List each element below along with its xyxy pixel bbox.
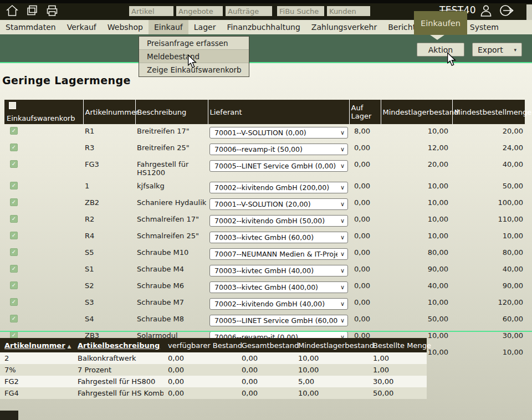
cell: 5,00 <box>294 376 369 387</box>
artikelnummer-cell: S1 <box>83 262 135 279</box>
divider-line-bottom <box>0 331 532 332</box>
auf-lager-cell: 8,00 <box>349 124 381 141</box>
cell: 0,00 <box>163 364 237 376</box>
chevron-down-icon: ∨ <box>340 200 345 208</box>
cart-checkbox[interactable]: ✓ <box>10 160 18 168</box>
select-all-checkbox[interactable] <box>9 102 16 109</box>
auf-lager-cell: 0,00 <box>349 157 381 179</box>
lieferant-select[interactable]: 70003--kivtec GmbH (60,00)∨ <box>209 232 348 243</box>
auf-lager-cell: 0,00 <box>349 179 381 196</box>
mindestbestellmenge-cell: 60,00 <box>452 312 525 329</box>
flyout-item-zeige-einkaufswarenkorb[interactable]: Zeige Einkaufswarenkorb <box>139 63 249 76</box>
cart-checkbox[interactable]: ✓ <box>10 198 18 206</box>
lieferant-select[interactable]: 70002--kivitendo GmbH (40,00)∨ <box>209 298 348 310</box>
cell: 10,00 <box>294 352 369 364</box>
home-icon[interactable] <box>6 4 19 17</box>
cart-checkbox[interactable]: ✓ <box>10 215 18 223</box>
beschreibung-cell: Fahrgestell für HS1200 <box>135 157 208 179</box>
chevron-down-icon: ∨ <box>340 267 345 275</box>
mindestbestellmenge-cell: 120,00 <box>452 295 525 312</box>
cart-checkbox[interactable]: ✓ <box>10 315 18 322</box>
beschreibung-cell: Schmalreifen 25" <box>135 229 208 245</box>
lieferant-select[interactable]: 70007--NEUMANN Medien & IT-Proje∨ <box>209 248 348 260</box>
aktion-button[interactable]: Aktion <box>417 43 464 57</box>
lieferant-select[interactable]: 70002--kivitendo GmbH (200,00)∨ <box>209 182 348 193</box>
lieferant-select[interactable]: 70001--V-SOLUTION (20,00)∨ <box>209 198 348 210</box>
column-header-artikelnummer-sorted[interactable]: Artikelnummer▲ <box>0 338 73 352</box>
mindestlagerbestand-cell: 90,00 <box>381 262 452 279</box>
copy-icon[interactable] <box>25 4 39 17</box>
cell: 2 <box>0 352 73 364</box>
cell: 0,00 <box>237 376 294 387</box>
lieferant-select[interactable]: 70005--LINET Service GmbH (0,00)∨ <box>209 160 348 172</box>
export-button[interactable]: Export▾ <box>472 43 522 57</box>
table-row: ✓ S1 Schraube M4 70003--kivtec GmbH (40,… <box>4 262 525 279</box>
cell: 7 Prozent <box>73 364 163 376</box>
lieferant-select[interactable]: 70002--kivitendo GmbH (50,00)∨ <box>209 215 348 227</box>
lieferant-select[interactable]: 70006--revamp-it (50,00)∨ <box>209 144 348 155</box>
mindestlagerbestand-cell: 10,00 <box>381 196 452 212</box>
menu-item-verkauf[interactable]: Verkauf <box>62 20 102 34</box>
lieferant-select[interactable]: 70005--LINET Service GmbH (60,00)∨ <box>209 315 348 326</box>
chevron-down-icon: ∨ <box>340 233 345 242</box>
flyout-item-preisanfrage-erfassen[interactable]: Preisanfrage erfassen <box>139 37 249 50</box>
cart-checkbox[interactable]: ✓ <box>10 182 18 189</box>
artikelnummer-cell: ZB2 <box>83 196 135 212</box>
mindestlagerbestand-cell: 50,00 <box>381 312 452 329</box>
lieferant-select[interactable]: 70003--kivtec GmbH (400,00)∨ <box>209 281 348 293</box>
mindestbestellmenge-cell: 80,00 <box>452 245 525 262</box>
cell: Fahrgestell für HS800 <box>73 376 163 387</box>
chevron-down-icon: ∨ <box>340 283 345 291</box>
search-artikel-input[interactable] <box>129 6 173 16</box>
column-header-artikelbeschreibung[interactable]: Artikelbeschreibung <box>73 338 163 352</box>
menu-item-system[interactable]: System <box>464 20 504 34</box>
cart-checkbox[interactable]: ✓ <box>10 248 18 256</box>
cart-checkbox[interactable]: ✓ <box>10 298 18 306</box>
search-auftraege-input[interactable] <box>226 6 272 16</box>
chevron-down-icon: ∨ <box>340 183 345 192</box>
cart-checkbox[interactable]: ✓ <box>10 232 18 239</box>
column-header-auf-lager: Auf Lager <box>349 100 381 124</box>
auf-lager-cell: 0,00 <box>349 279 381 295</box>
einkaufen-tab-badge[interactable]: Einkaufen <box>414 11 467 35</box>
column-header-mindestlagerbestand: Mindestlagerbestand <box>381 100 452 124</box>
cart-checkbox[interactable]: ✓ <box>10 144 18 151</box>
cell: 1,00 <box>369 352 427 364</box>
auf-lager-cell: 0,00 <box>349 229 381 245</box>
mindestbestellmenge-cell: 20,00 <box>452 124 525 141</box>
lieferant-select[interactable]: 70003--kivtec GmbH (40,00)∨ <box>209 265 348 276</box>
mindestlagerbestand-cell: 12,00 <box>381 141 452 157</box>
menu-item-zahlungsverkehr[interactable]: Zahlungsverkehr <box>306 20 382 34</box>
cart-checkbox[interactable]: ✓ <box>10 265 18 273</box>
search-kunden-input[interactable] <box>327 6 370 16</box>
table-row: ✓ S4 Schraube M8 70005--LINET Service Gm… <box>4 312 525 329</box>
chevron-down-icon: ∨ <box>340 217 345 225</box>
mindestlagerbestand-cell: 20,00 <box>381 157 452 179</box>
print-icon[interactable] <box>45 4 59 17</box>
artikelnummer-cell: S5 <box>83 245 135 262</box>
table-row: ✓ R4 Schmalreifen 25" 70003--kivtec GmbH… <box>4 229 525 245</box>
logout-icon[interactable] <box>499 3 518 19</box>
search-angebote-input[interactable] <box>176 6 223 16</box>
menu-item-lager[interactable]: Lager <box>188 20 222 34</box>
menu-item-stammdaten[interactable]: Stammdaten <box>0 20 62 34</box>
table-row: ✓ FG3 Fahrgestell für HS1200 70005--LINE… <box>4 157 525 179</box>
user-icon[interactable] <box>479 4 493 19</box>
search-fibu-input[interactable] <box>277 6 324 16</box>
cart-checkbox[interactable]: ✓ <box>10 127 18 135</box>
column-header-mindestbestellmenge: Mindestbestellmenge <box>452 100 525 124</box>
cart-checkbox[interactable]: ✓ <box>10 281 18 289</box>
mindestbestellmenge-cell: 100,00 <box>452 196 525 212</box>
menu-item-einkauf[interactable]: Einkauf <box>149 20 188 34</box>
beschreibung-cell: Schraube M8 <box>135 312 208 329</box>
menu-item-finanzbuchhaltung[interactable]: Finanzbuchhaltung <box>221 20 305 34</box>
beschreibung-cell: Schaniere Hydaulik <box>135 196 208 212</box>
table-row: 2 Balkonkraftwerk 0,00 0,00 10,00 1,00 <box>0 352 427 364</box>
mindestbestellmenge-cell: 40,00 <box>452 262 525 279</box>
flyout-item-meldebestand[interactable]: Meldebestand <box>139 50 249 63</box>
table-row: ✓ S3 Schraube M7 70002--kivitendo GmbH (… <box>4 295 525 312</box>
menu-item-webshop[interactable]: Webshop <box>102 20 149 34</box>
lieferant-select[interactable]: 70001--V-SOLUTION (0,00)∨ <box>209 127 348 139</box>
cell: 50,00 <box>369 387 427 399</box>
table-row: ✓ S2 Schraube M6 70003--kivtec GmbH (400… <box>4 279 525 295</box>
